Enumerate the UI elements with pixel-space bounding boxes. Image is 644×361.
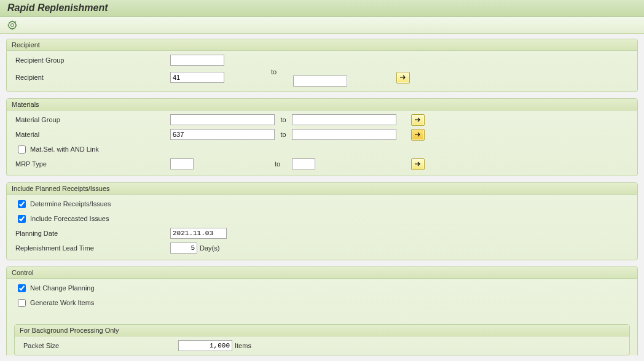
- group-title-background: For Background Processing Only: [15, 325, 629, 336]
- row-matsel: Mat.Sel. with AND Link: [12, 142, 632, 156]
- label-mrp-type: MRP Type: [12, 160, 170, 168]
- label-to-matgroup: to: [280, 116, 286, 123]
- label-determine: Determine Receipts/Issues: [30, 200, 111, 208]
- row-forecast: Include Forecasted Issues: [12, 212, 632, 225]
- row-mrp-type: MRP Type to: [12, 157, 632, 171]
- multi-select-recipient[interactable]: [396, 72, 410, 83]
- input-replenish-days[interactable]: [170, 243, 197, 254]
- row-netchange: Net Change Planning: [12, 281, 632, 295]
- input-recipient-from[interactable]: [170, 72, 224, 83]
- label-to-recipient: to: [271, 68, 277, 76]
- checkbox-matsel-and[interactable]: [18, 146, 26, 153]
- label-to-material: to: [280, 131, 286, 138]
- app-root: Rapid Replenishment Recipient Recipient …: [0, 0, 644, 355]
- checkbox-determine-receipts[interactable]: [18, 200, 26, 208]
- group-title-recipient: Recipient: [7, 39, 637, 51]
- row-determine: Determine Receipts/Issues: [12, 197, 632, 211]
- label-recipient: Recipient: [12, 74, 170, 81]
- label-matsel: Mat.Sel. with AND Link: [30, 146, 99, 153]
- input-planning-date[interactable]: [170, 228, 227, 239]
- group-title-planned: Include Planned Receipts/Issues: [7, 183, 637, 195]
- group-materials: Materials Material Group to: [6, 98, 638, 176]
- execute-button[interactable]: [6, 19, 18, 31]
- label-material: Material: [12, 131, 170, 138]
- input-recipient-to[interactable]: [293, 76, 347, 87]
- arrow-right-icon: [414, 131, 422, 138]
- group-planned: Include Planned Receipts/Issues Determin…: [6, 182, 638, 260]
- input-material-to[interactable]: [292, 129, 396, 140]
- label-to-mrp: to: [275, 160, 280, 168]
- label-genwork: Generate Work Items: [30, 299, 94, 306]
- row-packet-size: Packet Size Items: [20, 339, 624, 352]
- input-material-from[interactable]: [170, 129, 275, 140]
- multi-select-material-group[interactable]: [411, 114, 425, 126]
- svg-line-2: [15, 21, 17, 23]
- label-forecast: Include Forecasted Issues: [30, 215, 109, 222]
- group-control: Control Net Change Planning Generate Wor…: [6, 266, 638, 355]
- group-title-materials: Materials: [7, 99, 637, 111]
- label-days-unit: Day(s): [200, 244, 219, 252]
- row-genwork: Generate Work Items: [12, 296, 632, 309]
- label-material-group: Material Group: [12, 116, 170, 123]
- title-bar: Rapid Replenishment: [0, 0, 644, 17]
- label-packet-size: Packet Size: [20, 342, 178, 349]
- label-planning-date: Planning Date: [12, 230, 170, 237]
- input-mrp-to[interactable]: [292, 158, 315, 169]
- arrow-right-icon: [414, 117, 422, 123]
- row-planning-date: Planning Date: [12, 227, 632, 240]
- row-replenish: Replenishment Lead Time Day(s): [12, 241, 632, 255]
- input-mrp-from[interactable]: [170, 158, 194, 169]
- group-recipient: Recipient Recipient Group Recipient to: [6, 39, 638, 92]
- toolbar: [0, 17, 644, 34]
- checkbox-include-forecast[interactable]: [18, 215, 26, 223]
- page-title: Rapid Replenishment: [7, 2, 637, 14]
- group-title-control: Control: [7, 267, 637, 279]
- row-recipient-group: Recipient Group: [12, 53, 632, 67]
- label-netchange: Net Change Planning: [30, 284, 95, 292]
- input-material-group-to[interactable]: [292, 114, 396, 125]
- row-recipient: Recipient to: [12, 68, 632, 87]
- input-recipient-group[interactable]: [170, 55, 224, 66]
- multi-select-material[interactable]: [411, 129, 425, 141]
- arrow-right-icon: [414, 161, 422, 167]
- checkbox-net-change[interactable]: [18, 284, 26, 292]
- input-packet-size[interactable]: [178, 340, 232, 351]
- label-replenish-lead: Replenishment Lead Time: [12, 244, 170, 252]
- content-area: Recipient Recipient Group Recipient to: [0, 34, 644, 355]
- multi-select-mrp[interactable]: [411, 158, 425, 170]
- svg-point-1: [11, 24, 14, 27]
- checkbox-generate-work-items[interactable]: [18, 299, 26, 307]
- label-items-unit: Items: [235, 342, 251, 349]
- row-material-group: Material Group to: [12, 113, 632, 126]
- execute-icon: [7, 20, 17, 30]
- label-recipient-group: Recipient Group: [12, 56, 170, 64]
- input-material-group-from[interactable]: [170, 114, 275, 125]
- group-background: For Background Processing Only Packet Si…: [14, 324, 630, 355]
- row-material: Material to: [12, 128, 632, 141]
- arrow-right-icon: [399, 74, 407, 80]
